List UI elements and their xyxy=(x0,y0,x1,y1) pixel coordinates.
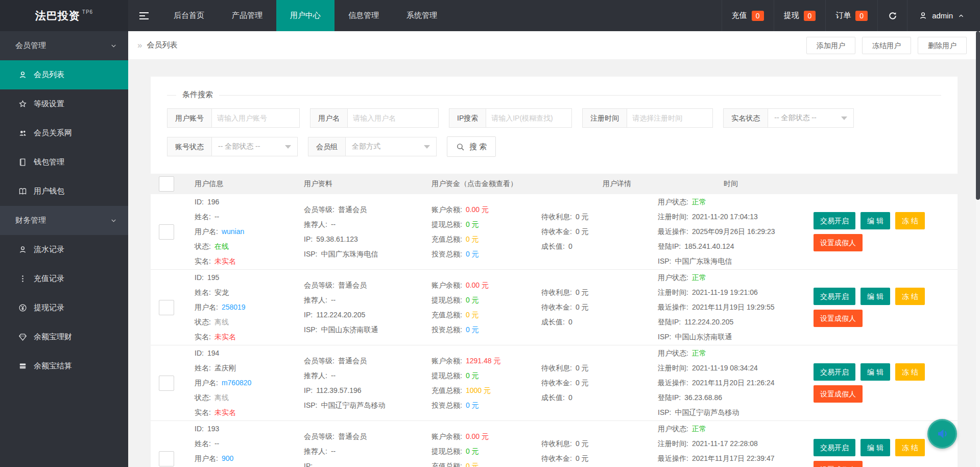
withdraw-total[interactable]: 0 元 xyxy=(466,220,479,228)
page-scrollbar[interactable] xyxy=(976,31,980,467)
sidebar-item-1-1[interactable]: 充值记录 xyxy=(0,264,128,293)
username-link[interactable]: 258019 xyxy=(222,303,246,311)
account-balance[interactable]: 0.00 元 xyxy=(466,281,489,289)
field-select[interactable]: 全部方式 xyxy=(346,137,437,156)
pending-principal: 0 元 xyxy=(576,379,589,387)
scrollbar-thumb[interactable] xyxy=(976,31,980,200)
field-select[interactable]: -- 全部状态 -- xyxy=(212,137,298,156)
edit-button[interactable]: 编 辑 xyxy=(861,212,890,229)
add-user-button[interactable]: 添加用户 xyxy=(806,37,855,54)
search-button[interactable]: 搜 索 xyxy=(447,136,496,157)
register-time: 2021-11-20 17:04:13 xyxy=(692,213,758,221)
trade-toggle-button[interactable]: 交易开启 xyxy=(814,363,855,381)
refresh-button[interactable] xyxy=(877,0,907,31)
login-isp: 中国山东济南联通 xyxy=(675,333,732,341)
quick-withdraw[interactable]: 提现0 xyxy=(774,0,826,31)
username-link[interactable]: 900 xyxy=(222,454,233,462)
quick-recharge[interactable]: 充值0 xyxy=(722,0,774,31)
recharge-total[interactable]: 0 元 xyxy=(466,311,479,319)
member-level: 普通会员 xyxy=(338,281,367,289)
set-fake-button[interactable]: 设置成假人 xyxy=(814,385,863,403)
users-icon xyxy=(18,129,27,137)
row-checkbox[interactable] xyxy=(159,376,174,391)
sidebar-item-1-3[interactable]: 余额宝理财 xyxy=(0,322,128,352)
field-input[interactable] xyxy=(348,108,439,128)
sidebar-item-0-2[interactable]: 会员关系网 xyxy=(0,119,128,148)
pending-principal: 0 元 xyxy=(576,454,589,462)
referrer: -- xyxy=(331,296,336,304)
select-all-checkbox[interactable] xyxy=(159,176,174,192)
freeze-button[interactable]: 冻 结 xyxy=(895,212,925,229)
freeze-user-button[interactable]: 冻结用户 xyxy=(862,37,911,54)
user-details-cell: 待收利息:0 元 待收本金:0 元 成长值:0 xyxy=(536,436,652,467)
withdraw-total[interactable]: 0 元 xyxy=(466,371,479,380)
sidebar-item-0-0[interactable]: 会员列表 xyxy=(0,60,128,89)
freeze-button[interactable]: 冻 结 xyxy=(895,363,925,381)
nav-item-5[interactable]: 系统管理 xyxy=(393,0,451,31)
user-status: 正常 xyxy=(692,273,706,282)
field-select[interactable]: -- 全部状态 -- xyxy=(768,108,854,128)
trade-toggle-button[interactable]: 交易开启 xyxy=(814,439,855,456)
invest-total[interactable]: 0 元 xyxy=(466,250,479,258)
customer-service-float-button[interactable] xyxy=(927,419,957,449)
set-fake-button[interactable]: 设置成假人 xyxy=(814,234,863,251)
invest-total[interactable]: 0 元 xyxy=(466,401,479,409)
nav-item-4[interactable]: 信息管理 xyxy=(334,0,393,31)
sidebar-item-0-1[interactable]: 等级设置 xyxy=(0,89,128,119)
chevron-down-icon xyxy=(841,116,847,120)
time-cell: 用户状态:正常 注册时间:2021-11-17 22:28:08 最近操作:20… xyxy=(652,422,807,467)
sidebar-item-1-4[interactable]: 余额宝结算 xyxy=(0,352,128,381)
field-input[interactable] xyxy=(212,108,300,128)
invest-total[interactable]: 0 元 xyxy=(466,325,479,334)
user-details-cell: 待收利息:0 元 待收本金:0 元 成长值:0 xyxy=(536,209,652,254)
freeze-button[interactable]: 冻 结 xyxy=(895,288,925,305)
col-header-user-info: 用户信息 xyxy=(186,179,299,189)
search-field-实名状态: 实名状态-- 全部状态 -- xyxy=(723,108,854,128)
account-balance[interactable]: 0.00 元 xyxy=(466,205,489,214)
field-input[interactable] xyxy=(627,108,713,128)
delete-user-button[interactable]: 删除用户 xyxy=(918,37,967,54)
recharge-total[interactable]: 0 元 xyxy=(466,462,479,467)
withdraw-total[interactable]: 0 元 xyxy=(466,296,479,304)
user-info-cell: ID:193 姓名:-- 用户名:900 状态:离线 实名:未实名 xyxy=(186,422,299,467)
sidebar-group-2[interactable]: 财务管理 xyxy=(0,206,128,235)
edit-button[interactable]: 编 辑 xyxy=(861,439,890,456)
user-funds-cell: 账户余额:1291.48 元 提现总额:0 元 充值总额:1000 元 投资总额… xyxy=(426,354,536,413)
username-link[interactable]: wunian xyxy=(222,227,244,236)
cards-icon xyxy=(18,362,27,370)
field-input[interactable] xyxy=(486,108,572,128)
refresh-icon xyxy=(888,11,898,21)
sidebar-group-1[interactable]: 会员管理 xyxy=(0,31,128,60)
user-info-cell: ID:196 姓名:-- 用户名:wunian 状态:在线 实名:未实名 xyxy=(186,195,299,269)
nav-item-3[interactable]: 用户中心 xyxy=(276,0,334,31)
quick-orders[interactable]: 订单0 xyxy=(825,0,877,31)
withdraw-total[interactable]: 0 元 xyxy=(466,447,479,455)
row-checkbox[interactable] xyxy=(159,451,174,466)
trade-toggle-button[interactable]: 交易开启 xyxy=(814,212,855,229)
account-balance[interactable]: 1291.48 元 xyxy=(466,357,501,365)
sidebar-item-0-3[interactable]: 钱包管理 xyxy=(0,148,128,177)
col-header-user-details: 用户详情 xyxy=(536,179,652,189)
freeze-button[interactable]: 冻 结 xyxy=(895,439,925,456)
sidebar-item-1-0[interactable]: 流水记录 xyxy=(0,235,128,264)
trade-toggle-button[interactable]: 交易开启 xyxy=(814,288,855,305)
nav-item-2[interactable]: 产品管理 xyxy=(218,0,276,31)
set-fake-button[interactable]: 设置成假人 xyxy=(814,461,863,467)
admin-menu[interactable]: admin xyxy=(907,0,980,31)
edit-button[interactable]: 编 辑 xyxy=(861,288,890,305)
recharge-total[interactable]: 0 元 xyxy=(466,235,479,243)
sidebar-item-1-2[interactable]: 提现记录 xyxy=(0,293,128,322)
last-operation-time: 2021年11月17日 22:39:47 xyxy=(692,454,775,462)
nav-item-1[interactable]: 后台首页 xyxy=(160,0,218,31)
recharge-total[interactable]: 1000 元 xyxy=(466,386,491,394)
search-field-用户账号: 用户账号 xyxy=(167,108,300,128)
menu-toggle-icon[interactable] xyxy=(128,0,160,31)
row-checkbox[interactable] xyxy=(159,224,174,240)
set-fake-button[interactable]: 设置成假人 xyxy=(814,310,863,327)
field-label: 账号状态 xyxy=(167,137,212,156)
row-checkbox[interactable] xyxy=(159,300,174,315)
edit-button[interactable]: 编 辑 xyxy=(861,363,890,381)
account-balance[interactable]: 0.00 元 xyxy=(466,432,489,440)
sidebar-item-0-4[interactable]: 用户钱包 xyxy=(0,177,128,206)
username-link[interactable]: m760820 xyxy=(222,379,251,387)
